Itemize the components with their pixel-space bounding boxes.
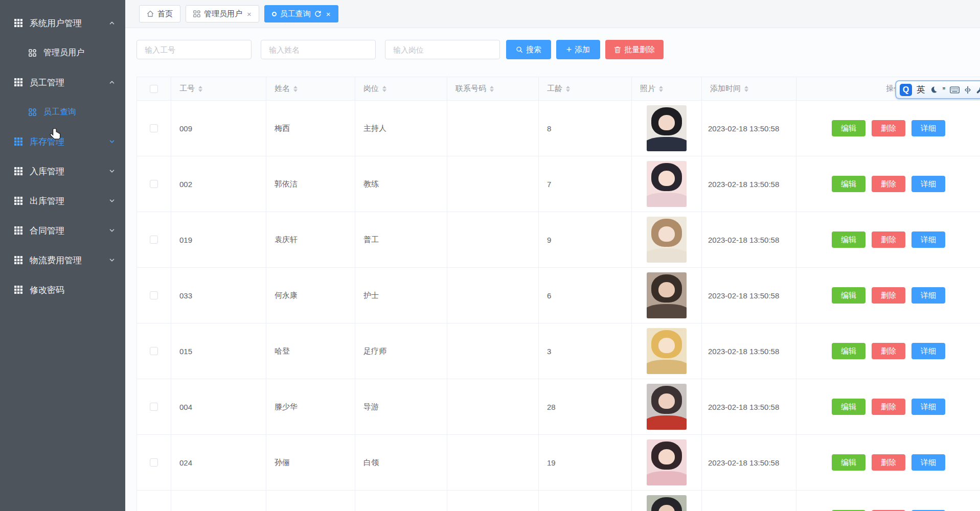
delete-button[interactable]: 删除 <box>872 454 905 471</box>
employee-post-cell: 教练 <box>355 156 447 212</box>
employee-name-cell: 郭依洁 <box>266 156 355 212</box>
sort-icon[interactable] <box>659 86 663 92</box>
filter-bar: 搜索 + 添加 批量删除 <box>136 40 980 59</box>
sort-icon[interactable] <box>293 86 298 92</box>
employee-table: 工号 姓名 岗位 联系号码 工龄 <box>136 77 980 511</box>
sort-icon[interactable] <box>744 86 748 92</box>
sidebar-item[interactable]: 管理员用户 <box>0 38 125 67</box>
sort-icon[interactable] <box>490 86 494 92</box>
delete-button[interactable]: 删除 <box>872 231 905 248</box>
checkbox-cell <box>137 156 171 212</box>
edit-button[interactable]: 编辑 <box>832 287 865 304</box>
row-checkbox[interactable] <box>150 236 158 244</box>
detail-button[interactable]: 详细 <box>911 176 945 192</box>
sort-icon[interactable] <box>198 86 202 92</box>
tab-admin-users[interactable]: 管理员用户 × <box>186 5 259 22</box>
split-cursor-icon[interactable] <box>964 86 971 94</box>
detail-button[interactable]: 详细 <box>911 287 945 304</box>
chevron-down-icon <box>109 138 115 145</box>
close-icon[interactable]: × <box>247 10 252 18</box>
employee-name-cell: 梅西 <box>266 101 355 156</box>
sidebar-item-label: 库存管理 <box>30 136 64 148</box>
row-checkbox[interactable] <box>150 124 158 132</box>
close-icon[interactable]: × <box>326 10 331 18</box>
delete-button[interactable]: 删除 <box>872 176 905 192</box>
sidebar-item[interactable]: 入库管理 <box>0 156 125 186</box>
sidebar-item[interactable]: 物流费用管理 <box>0 245 125 275</box>
row-checkbox[interactable] <box>150 180 158 188</box>
detail-button[interactable]: 详细 <box>911 343 945 359</box>
employee-name-input[interactable] <box>261 40 376 59</box>
edit-button[interactable]: 编辑 <box>832 454 865 471</box>
delete-button[interactable]: 删除 <box>872 399 905 415</box>
ime-logo-icon[interactable]: Q <box>900 84 912 96</box>
column-label: 工号 <box>179 84 195 94</box>
row-checkbox[interactable] <box>150 403 158 411</box>
table-header-cell[interactable]: 照片 <box>632 77 702 101</box>
sort-icon[interactable] <box>382 86 386 92</box>
detail-button[interactable]: 详细 <box>911 399 945 415</box>
edit-button[interactable]: 编辑 <box>832 399 865 415</box>
added-time-cell: 2023-02-18 13:50:58 <box>702 435 796 491</box>
tab-employee-query[interactable]: 员工查询 × <box>264 5 338 22</box>
table-header-cell[interactable]: 工龄 <box>539 77 632 101</box>
employee-photo <box>647 105 687 151</box>
employee-post-input[interactable] <box>385 40 500 59</box>
employee-id-cell: 024 <box>171 435 266 491</box>
table-header-cell[interactable]: 联系号码 <box>447 77 539 101</box>
add-button[interactable]: + 添加 <box>556 40 600 59</box>
employee-years-cell: 6 <box>539 268 632 323</box>
table-row: 009 梅西 主持人 8 2023-02-18 13:50:58 编辑 删除 详… <box>137 101 980 156</box>
sidebar-item[interactable]: 员工查询 <box>0 97 125 127</box>
select-all-checkbox[interactable] <box>150 85 158 93</box>
row-checkbox[interactable] <box>150 458 158 467</box>
row-checkbox[interactable] <box>150 291 158 299</box>
employee-photo-cell <box>632 379 702 435</box>
detail-button[interactable]: 详细 <box>911 120 945 136</box>
refresh-icon[interactable] <box>314 10 322 17</box>
search-button[interactable]: 搜索 <box>506 40 551 59</box>
sidebar-item[interactable]: 合同管理 <box>0 216 125 245</box>
grid-icon <box>14 78 22 86</box>
punctuation-toggle[interactable]: ’’ <box>942 85 945 94</box>
table-header-cell[interactable]: 岗位 <box>355 77 447 101</box>
employee-photo <box>647 161 687 207</box>
detail-button[interactable]: 详细 <box>911 454 945 471</box>
sidebar-item[interactable]: 员工管理 <box>0 67 125 97</box>
table-header-cell[interactable]: 添加时间 <box>702 77 796 101</box>
edit-button[interactable]: 编辑 <box>832 120 865 136</box>
added-time-cell: 2023-02-18 13:50:58 <box>702 268 796 323</box>
row-actions-cell: 编辑 删除 详细 <box>796 323 980 379</box>
sidebar-item[interactable]: 出库管理 <box>0 186 125 216</box>
table-header-cell[interactable]: 工号 <box>171 77 266 101</box>
wrench-icon[interactable] <box>976 86 980 94</box>
table-header-row: 工号 姓名 岗位 联系号码 工龄 <box>137 77 980 101</box>
employee-phone-cell <box>447 101 539 156</box>
edit-button[interactable]: 编辑 <box>832 176 865 192</box>
tab-home[interactable]: 首页 <box>139 5 180 22</box>
row-checkbox[interactable] <box>150 347 158 355</box>
employee-id-input[interactable] <box>136 40 252 59</box>
edit-button[interactable]: 编辑 <box>832 343 865 359</box>
delete-button[interactable]: 删除 <box>872 120 905 136</box>
employee-years-cell: 19 <box>539 435 632 491</box>
ime-language-toggle[interactable]: 英 <box>917 84 925 96</box>
plus-icon: + <box>566 45 572 54</box>
employee-years-cell: 28 <box>539 379 632 435</box>
table-header-cell[interactable]: 姓名 <box>266 77 355 101</box>
edit-button[interactable]: 编辑 <box>832 231 865 248</box>
delete-button[interactable]: 删除 <box>872 287 905 304</box>
sidebar-item[interactable]: 库存管理 <box>0 127 125 156</box>
sidebar-item[interactable]: 修改密码 <box>0 275 125 305</box>
detail-button[interactable]: 详细 <box>911 231 945 248</box>
batch-delete-button[interactable]: 批量删除 <box>605 40 664 59</box>
sidebar-item[interactable]: 系统用户管理 <box>0 8 125 38</box>
sort-icon[interactable] <box>566 86 570 92</box>
sidebar-item-label: 入库管理 <box>30 166 64 177</box>
ime-toolbar: Q 英 ’’ <box>895 80 980 99</box>
moon-icon[interactable] <box>930 86 938 94</box>
delete-button[interactable]: 删除 <box>872 343 905 359</box>
keyboard-icon[interactable] <box>950 86 960 94</box>
grid-icon <box>14 19 22 27</box>
employee-id-cell <box>171 491 266 511</box>
